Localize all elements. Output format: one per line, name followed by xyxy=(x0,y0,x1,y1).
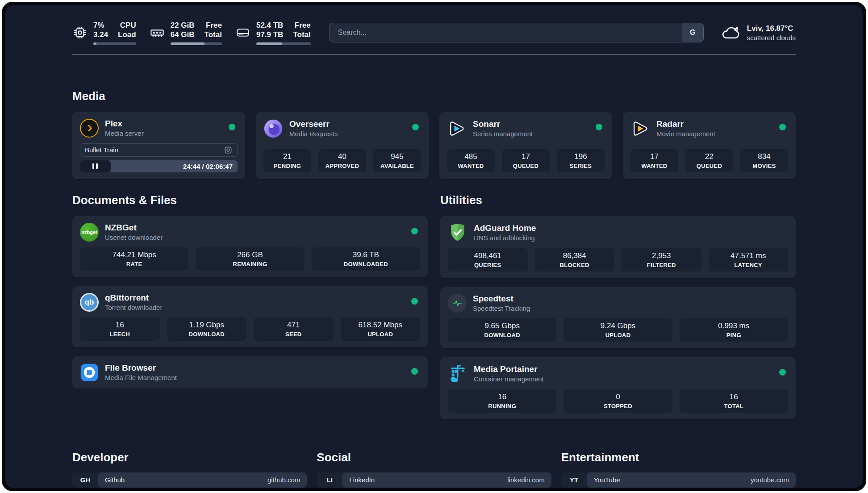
sonarr-icon xyxy=(447,119,467,138)
now-playing-row: Bullet Train xyxy=(80,143,238,157)
stat-total: 16 TOTAL xyxy=(680,389,788,413)
speedtest-title: Speedtest xyxy=(473,294,530,304)
link-youtube[interactable]: YT YouTube youtube.com xyxy=(561,472,796,488)
qbittorrent-status-dot xyxy=(411,298,418,305)
stat-downloaded: 39.6 TB DOWNLOADED xyxy=(312,247,420,271)
stat-queries: 498,461 QUERIES xyxy=(448,248,528,272)
app-card-portainer[interactable]: Media Portainer Container management 16 … xyxy=(440,357,796,419)
adguard-subtitle: DNS and adblocking xyxy=(474,234,536,242)
speedtest-pulse-icon xyxy=(448,294,467,313)
stat-rate: 744.21 Mbps RATE xyxy=(80,247,188,271)
speedtest-subtitle: Speedtest Tracking xyxy=(473,305,530,312)
disk-total-label: Total xyxy=(293,30,310,39)
cpu-stat: 7% 3.24 CPU Load xyxy=(72,21,136,45)
memory-progress-bar xyxy=(171,42,222,45)
memory-stat: 22 GiB 64 GiB Free Total xyxy=(150,21,222,45)
sonarr-title: Sonarr xyxy=(473,119,533,129)
plex-title: Plex xyxy=(105,119,144,129)
stat-movies: 834 MOVIES xyxy=(740,149,788,172)
qbittorrent-icon: qb xyxy=(80,293,99,312)
hard-drive-icon xyxy=(235,25,250,40)
dashboard: 7% 3.24 CPU Load xyxy=(2,2,866,491)
stat-stopped: 0 STOPPED xyxy=(563,389,672,413)
weather-widget: Lviv, 16.87°C scattered clouds xyxy=(721,23,796,42)
developer-section: Developer GH Github github.com SO StackO… xyxy=(72,451,307,492)
app-card-overseerr[interactable]: Overseerr Media Requests 21 PENDING 40 A… xyxy=(256,112,429,179)
app-card-speedtest[interactable]: Speedtest Speedtest Tracking 9.65 Gbps D… xyxy=(440,287,796,348)
social-heading: Social xyxy=(317,451,551,464)
app-card-filebrowser[interactable]: File Browser Media File Management xyxy=(72,356,428,389)
documents-heading: Documents & Files xyxy=(72,193,428,207)
portainer-status-dot xyxy=(779,369,786,376)
stat-wanted: 17 WANTED xyxy=(630,149,678,172)
filebrowser-title: File Browser xyxy=(105,363,177,373)
weather-location-temp: Lviv, 16.87°C xyxy=(747,24,796,33)
portainer-subtitle: Container management xyxy=(474,375,544,383)
radarr-subtitle: Movie management xyxy=(656,130,715,138)
developer-heading: Developer xyxy=(72,451,307,464)
stat-approved: 40 APPROVED xyxy=(318,149,366,172)
weather-condition: scattered clouds xyxy=(747,34,796,42)
cpu-progress-bar xyxy=(93,42,136,45)
media-heading: Media xyxy=(72,89,796,103)
stat-upload: 618.52 Mbps UPLOAD xyxy=(341,318,421,341)
overseerr-subtitle: Media Requests xyxy=(289,130,338,138)
header-divider xyxy=(72,54,796,54)
cloud-icon xyxy=(721,23,740,42)
system-stats: 7% 3.24 CPU Load xyxy=(72,21,311,45)
search-engine-button[interactable]: G xyxy=(682,23,703,42)
stat-ping: 0.993 ms PING xyxy=(680,318,788,342)
cpu-load-label: Load xyxy=(118,30,136,39)
session-video-icon[interactable] xyxy=(224,146,233,155)
portainer-crane-icon xyxy=(448,364,467,384)
nzbget-subtitle: Usenet downloader xyxy=(105,234,163,241)
stat-seed: 471 SEED xyxy=(254,318,334,341)
stat-running: 16 RUNNING xyxy=(448,389,556,413)
nzbget-status-dot xyxy=(411,228,418,234)
overseerr-title: Overseerr xyxy=(289,119,338,129)
cpu-usage-value: 7% xyxy=(93,21,108,30)
playback-played-segment xyxy=(80,160,111,172)
app-card-sonarr[interactable]: Sonarr Series management 485 WANTED 17 Q… xyxy=(439,112,612,179)
documents-section: Documents & Files nzbget NZBGet Usenet d… xyxy=(72,193,428,419)
stat-download: 1.19 Gbps DOWNLOAD xyxy=(167,318,247,341)
top-bar: 7% 3.24 CPU Load xyxy=(72,21,796,45)
stat-blocked: 86,384 BLOCKED xyxy=(535,248,615,272)
playback-progress-bar: 24:44 / 02:06:47 xyxy=(80,160,238,172)
stat-download: 9.65 Gbps DOWNLOAD xyxy=(448,318,556,342)
overseerr-icon xyxy=(263,119,283,138)
adguard-shield-icon xyxy=(448,223,467,242)
radarr-status-dot xyxy=(779,124,786,130)
nzbget-icon: nzbget xyxy=(80,223,99,242)
qbittorrent-subtitle: Torrent downloader xyxy=(105,304,162,311)
overseerr-status-dot xyxy=(412,124,419,130)
ram-icon xyxy=(150,25,165,40)
cpu-chip-icon xyxy=(72,25,88,40)
radarr-title: Radarr xyxy=(656,119,715,129)
stat-available: 945 AVAILABLE xyxy=(373,149,421,172)
sonarr-subtitle: Series management xyxy=(473,130,533,138)
app-card-adguard[interactable]: AdGuard Home DNS and adblocking 498,461 … xyxy=(440,216,796,278)
link-github[interactable]: GH Github github.com xyxy=(72,472,307,488)
nzbget-title: NZBGet xyxy=(105,223,163,233)
app-card-radarr[interactable]: Radarr Movie management 17 WANTED 22 QUE… xyxy=(623,112,796,179)
memory-total-label: Total xyxy=(204,30,222,39)
app-card-plex[interactable]: Plex Media server Bullet Train xyxy=(72,112,245,179)
sonarr-status-dot xyxy=(596,124,602,130)
entertainment-section: Entertainment YT YouTube youtube.com NF … xyxy=(561,451,796,492)
portainer-title: Media Portainer xyxy=(474,364,544,374)
app-card-nzbget[interactable]: nzbget NZBGet Usenet downloader 744.21 M… xyxy=(72,216,428,277)
link-linkedin[interactable]: LI LinkedIn linkedin.com xyxy=(317,472,551,488)
adguard-title: AdGuard Home xyxy=(474,223,536,233)
search-input[interactable] xyxy=(330,23,703,42)
disk-progress-bar xyxy=(256,42,311,45)
app-card-qbittorrent[interactable]: qb qBittorrent Torrent downloader 16 LEE… xyxy=(72,286,428,347)
stat-leech: 16 LEECH xyxy=(80,318,160,341)
pause-icon xyxy=(92,163,94,169)
stat-queued: 17 QUEUED xyxy=(502,149,550,172)
stat-filtered: 2,953 FILTERED xyxy=(622,248,701,272)
cpu-usage-label: CPU xyxy=(118,21,136,30)
stat-wanted: 485 WANTED xyxy=(447,149,495,172)
disk-stat: 52.4 TB 97.9 TB Free Total xyxy=(235,21,311,45)
plex-subtitle: Media server xyxy=(105,130,144,137)
